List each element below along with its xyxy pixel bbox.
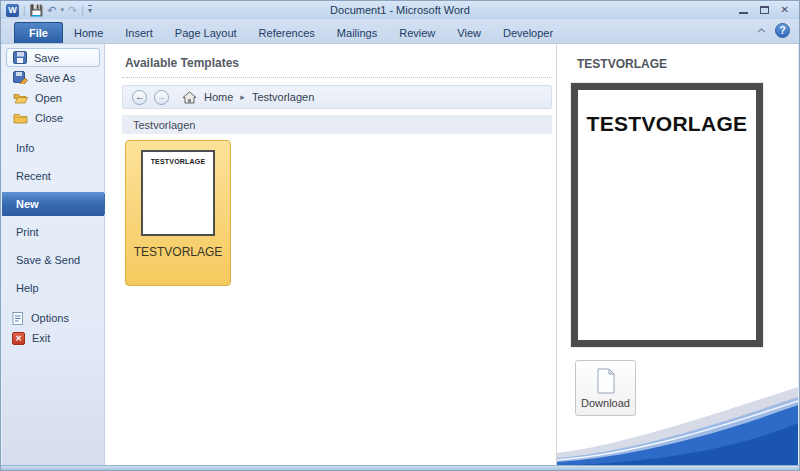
- preview-page-title: TESTVORLAGE: [578, 90, 756, 136]
- preview-title: TESTVORLAGE: [577, 57, 798, 71]
- tab-file[interactable]: File: [14, 22, 63, 43]
- ribbon-tab-row: File Home Insert Page Layout References …: [1, 19, 799, 44]
- backstage-sidebar: Save Save As Open Close Info Recent New …: [2, 44, 105, 465]
- template-name: TESTVORLAGE: [134, 245, 223, 259]
- sidebar-item-open[interactable]: Open: [6, 88, 100, 107]
- tab-insert[interactable]: Insert: [114, 22, 164, 43]
- download-button[interactable]: Download: [575, 360, 636, 416]
- preview-pane: TESTVORLAGE TESTVORLAGE Download: [556, 44, 798, 465]
- sidebar-item-exit[interactable]: ✕ Exit: [2, 328, 104, 348]
- download-document-icon: [596, 368, 616, 394]
- sidebar-item-label: Exit: [32, 332, 50, 344]
- title-bar: W | 💾 ↶ ▾ ↷ | ▾ Document1 - Microsoft Wo…: [1, 1, 799, 19]
- collapse-ribbon-icon[interactable]: [757, 28, 766, 33]
- undo-dropdown-icon[interactable]: ▾: [61, 6, 65, 14]
- section-title: Testvorlagen: [133, 119, 195, 131]
- sidebar-item-save[interactable]: Save: [6, 48, 100, 67]
- word-logo-icon[interactable]: W: [6, 4, 19, 17]
- backstage-footer: Options ✕ Exit: [2, 308, 104, 348]
- quick-access-toolbar: W | 💾 ↶ ▾ ↷ | ▾: [1, 4, 92, 17]
- download-label: Download: [581, 397, 630, 409]
- tab-references[interactable]: References: [248, 22, 326, 43]
- sidebar-item-label: Save: [34, 52, 59, 64]
- template-tile-testvorlage[interactable]: TESTVORLAGE TESTVORLAGE: [125, 140, 231, 286]
- sidebar-item-save-as[interactable]: Save As: [6, 68, 100, 87]
- template-preview: TESTVORLAGE: [571, 83, 763, 347]
- breadcrumb-current[interactable]: Testvorlagen: [252, 91, 314, 103]
- template-thumbnail-title: TESTVORLAGE: [143, 158, 213, 165]
- sidebar-item-close[interactable]: Close: [6, 108, 100, 127]
- divider: [122, 77, 552, 78]
- window-controls: ✕: [739, 5, 799, 15]
- undo-icon[interactable]: ↶: [47, 5, 56, 16]
- section-header: Testvorlagen: [122, 115, 552, 134]
- tab-review[interactable]: Review: [388, 22, 446, 43]
- sidebar-item-save-and-send[interactable]: Save & Send: [2, 246, 104, 274]
- breadcrumb: ← → Home ▸ Testvorlagen: [122, 85, 552, 109]
- word-window: W | 💾 ↶ ▾ ↷ | ▾ Document1 - Microsoft Wo…: [0, 0, 800, 471]
- template-thumbnail: TESTVORLAGE: [141, 150, 215, 236]
- minimize-button[interactable]: [739, 7, 748, 14]
- open-folder-icon: [13, 92, 28, 104]
- sidebar-item-info[interactable]: Info: [2, 134, 104, 162]
- backstage-view: Save Save As Open Close Info Recent New …: [2, 44, 798, 465]
- exit-icon: ✕: [12, 332, 25, 345]
- help-icon[interactable]: ?: [775, 23, 790, 38]
- save-as-icon: [13, 71, 28, 84]
- breadcrumb-separator-icon: ▸: [240, 92, 245, 102]
- close-button[interactable]: ✕: [781, 5, 789, 15]
- save-icon[interactable]: 💾: [30, 5, 44, 16]
- sidebar-item-options[interactable]: Options: [2, 308, 104, 328]
- ribbon-right-controls: ?: [757, 23, 790, 38]
- forward-icon[interactable]: →: [154, 90, 169, 105]
- sidebar-item-print[interactable]: Print: [2, 218, 104, 246]
- qat-separator: |: [23, 5, 26, 16]
- sidebar-item-label: Close: [35, 112, 63, 124]
- save-floppy-icon: [13, 51, 27, 64]
- sidebar-item-label: Save As: [35, 72, 75, 84]
- page-title: Available Templates: [125, 56, 552, 70]
- backstage-nav: Info Recent New Print Save & Send Help: [2, 134, 104, 302]
- home-icon[interactable]: [182, 91, 197, 104]
- sidebar-item-help[interactable]: Help: [2, 274, 104, 302]
- customize-qat-icon[interactable]: ▾: [88, 5, 92, 15]
- options-icon: [12, 312, 24, 325]
- close-folder-icon: [13, 112, 28, 124]
- qat-separator: |: [81, 5, 84, 16]
- tab-developer[interactable]: Developer: [492, 22, 564, 43]
- sidebar-item-recent[interactable]: Recent: [2, 162, 104, 190]
- tab-page-layout[interactable]: Page Layout: [164, 22, 248, 43]
- sidebar-item-label: Open: [35, 92, 62, 104]
- tab-view[interactable]: View: [446, 22, 492, 43]
- tab-home[interactable]: Home: [63, 22, 114, 43]
- sidebar-item-new[interactable]: New: [2, 192, 104, 216]
- templates-panel: Available Templates ← → Home ▸ Testvorla…: [105, 44, 556, 465]
- window-bottom-edge: [1, 465, 799, 470]
- window-title: Document1 - Microsoft Word: [1, 4, 799, 16]
- back-icon[interactable]: ←: [132, 90, 147, 105]
- tab-mailings[interactable]: Mailings: [326, 22, 388, 43]
- redo-icon[interactable]: ↷: [68, 5, 77, 16]
- sidebar-item-label: Options: [31, 312, 69, 324]
- breadcrumb-home[interactable]: Home: [204, 91, 233, 103]
- maximize-button[interactable]: [760, 6, 769, 14]
